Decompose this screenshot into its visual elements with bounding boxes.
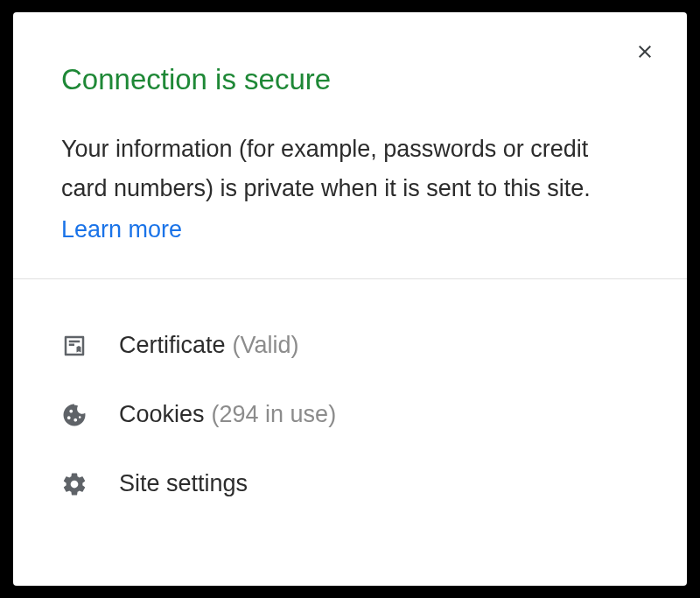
close-button[interactable] xyxy=(631,39,659,67)
site-settings-label: Site settings xyxy=(119,470,248,497)
site-info-popover: Connection is secure Your information (f… xyxy=(13,12,687,586)
header-section: Connection is secure Your information (f… xyxy=(13,12,687,278)
certificate-status: (Valid) xyxy=(233,332,299,359)
certificate-label: Certificate xyxy=(119,332,226,359)
connection-description: Your information (for example, passwords… xyxy=(61,130,639,208)
gear-icon xyxy=(61,471,88,497)
certificate-row[interactable]: Certificate (Valid) xyxy=(61,311,639,380)
close-icon xyxy=(634,41,655,65)
cookies-status: (294 in use) xyxy=(212,401,337,428)
certificate-icon xyxy=(61,333,88,359)
connection-title: Connection is secure xyxy=(61,63,639,96)
site-settings-row[interactable]: Site settings xyxy=(61,449,639,518)
learn-more-link[interactable]: Learn more xyxy=(61,216,182,243)
cookies-label: Cookies xyxy=(119,401,205,428)
cookie-icon xyxy=(61,402,88,428)
cookies-row[interactable]: Cookies (294 in use) xyxy=(61,380,639,449)
options-list: Certificate (Valid) Cookies (294 in use)… xyxy=(13,279,687,545)
